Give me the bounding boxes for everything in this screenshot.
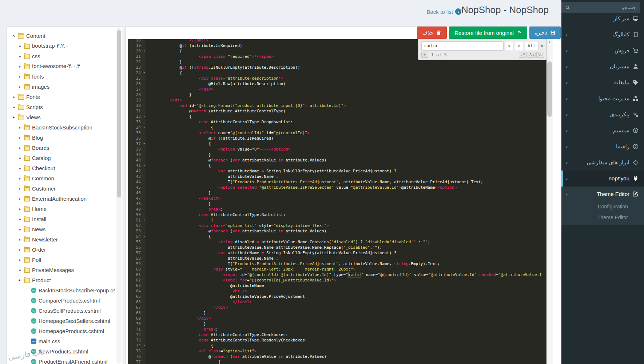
tree-scrollbar-thumb[interactable] xyxy=(117,30,121,197)
expand-arrow-icon[interactable]: ▸ xyxy=(18,166,22,170)
tree-folder[interactable]: ▸Poll xyxy=(7,255,115,265)
whole-word-toggle[interactable]: \b xyxy=(536,52,544,58)
sidebar-item-book[interactable]: کاتالوگ› xyxy=(561,27,644,43)
fold-arrow-icon[interactable]: ▾ xyxy=(143,234,145,239)
editor-code-area[interactable]: </label> @if (attribute.IsRequired) { <s… xyxy=(146,39,546,364)
sidebar-item-diamond[interactable]: ابزار های سفارشی› xyxy=(561,155,644,171)
sidebar-item-theme-editor[interactable]: Theme Editor› xyxy=(561,187,644,201)
sidebar-item-gears[interactable]: پیکربندی› xyxy=(561,107,644,123)
tree-folder[interactable]: ▸Customer xyxy=(7,183,115,193)
tree-folder[interactable]: ▸fonts xyxy=(7,71,115,81)
fold-arrow-icon[interactable]: ▾ xyxy=(143,217,145,223)
tree-folder[interactable]: ▸images xyxy=(7,81,115,92)
collapse-arrow-icon[interactable]: ▸ xyxy=(11,114,17,120)
tree-folder[interactable]: ▸Catalog xyxy=(7,153,115,163)
fold-arrow-icon[interactable]: ▾ xyxy=(143,114,145,119)
scroll-up-arrow-icon[interactable]: ▲ xyxy=(546,40,553,44)
expand-arrow-icon[interactable]: ▸ xyxy=(18,237,22,241)
search-next-button[interactable]: > xyxy=(515,42,523,50)
tree-file[interactable]: </>CompareProducts.cshtml xyxy=(7,295,115,305)
submenu-item-theme-editor[interactable]: Theme Editor xyxy=(561,212,644,223)
tree-scrollbar[interactable] xyxy=(116,27,122,364)
tree-folder[interactable]: ▸BackInStockSubscription xyxy=(7,122,115,132)
fold-arrow-icon[interactable]: ▾ xyxy=(143,343,145,348)
editor-scrollbar[interactable]: ▲ xyxy=(546,39,553,364)
tree-folder[interactable]: ▸Views xyxy=(7,112,115,122)
expand-arrow-icon[interactable]: ▸ xyxy=(18,44,22,48)
tree-file[interactable]: </>HomepageProducts.cshtml xyxy=(7,326,115,336)
expand-arrow-icon[interactable]: ▸ xyxy=(18,156,22,160)
expand-arrow-icon[interactable]: ▸ xyxy=(18,54,22,58)
tree-folder[interactable]: ▸Order xyxy=(7,244,115,255)
tree-folder[interactable]: ▸Newsletter xyxy=(7,234,115,244)
sidebar-item-cube[interactable]: سیستم› xyxy=(561,123,644,139)
expand-arrow-icon[interactable]: ▸ xyxy=(18,85,22,89)
back-to-list-link[interactable]: Back to list ‹ xyxy=(426,8,461,15)
sidebar-item-cart[interactable]: فروش› xyxy=(561,43,644,59)
fold-arrow-icon[interactable]: ▾ xyxy=(143,125,145,130)
editor-scrollbar-thumb[interactable] xyxy=(547,61,552,117)
expand-arrow-icon[interactable]: ▸ xyxy=(18,248,22,252)
tree-file[interactable]: cssmain.css xyxy=(7,336,115,346)
case-toggle[interactable]: Aa xyxy=(528,52,536,58)
sidebar-item-question[interactable]: ?راهنما› xyxy=(561,139,644,155)
sidebar-item-plug[interactable]: nop۴you› xyxy=(561,171,644,187)
regex-toggle[interactable]: .* xyxy=(519,52,527,58)
expand-arrow-icon[interactable]: ▸ xyxy=(12,95,16,99)
fold-arrow-icon[interactable]: ▾ xyxy=(143,70,145,76)
tree-folder[interactable]: ▸Blog xyxy=(7,132,115,143)
fold-arrow-icon[interactable]: ▾ xyxy=(143,163,145,168)
tree-folder[interactable]: ▸Home xyxy=(7,204,115,214)
sidebar-item-user[interactable]: مشتریان› xyxy=(561,59,644,75)
fold-arrow-icon[interactable]: ▾ xyxy=(143,141,145,147)
expand-arrow-icon[interactable]: ▸ xyxy=(18,146,22,150)
collapse-arrow-icon[interactable]: ▸ xyxy=(17,277,23,283)
search-all-button[interactable]: All xyxy=(525,42,538,50)
expand-arrow-icon[interactable]: ▸ xyxy=(18,176,22,180)
tree-file[interactable]: </>HomepageBestSellers.cshtml xyxy=(7,316,115,326)
tree-file[interactable]: </>CrossSellProducts.cshtml xyxy=(7,305,115,316)
fold-arrow-icon[interactable]: ▾ xyxy=(143,48,145,54)
restore-button[interactable]: Restore file from original xyxy=(449,27,527,39)
tree-folder[interactable]: ▸Content xyxy=(7,31,115,41)
tree-folder[interactable]: ▸Scripts xyxy=(7,102,115,112)
expand-arrow-icon[interactable]: ▸ xyxy=(18,217,22,221)
expand-arrow-icon[interactable]: ▸ xyxy=(18,64,22,68)
code-editor[interactable]: 181920▾21222324▾2526272829303132▾3334▾35… xyxy=(128,39,553,364)
tree-folder[interactable]: ▸Boards xyxy=(7,143,115,153)
sidebar-item-desktop[interactable]: میز کار xyxy=(561,11,644,27)
delete-button[interactable]: حذف xyxy=(417,27,447,39)
tree-folder[interactable]: ▸bootstrap-۳.۲.۰ xyxy=(7,41,115,51)
code-line: <dd id="@string.Format("product_attribut… xyxy=(151,103,546,108)
expand-arrow-icon[interactable]: ▸ xyxy=(18,187,22,191)
expand-arrow-icon[interactable]: ▸ xyxy=(18,258,22,262)
tree-folder[interactable]: ▸News xyxy=(7,224,115,234)
expand-arrow-icon[interactable]: ▸ xyxy=(18,75,22,79)
sidebar-item-tag[interactable]: تبلیغات› xyxy=(561,75,644,91)
expand-arrow-icon[interactable]: ▸ xyxy=(18,268,22,272)
tree-folder[interactable]: ▸Install xyxy=(7,214,115,224)
search-input[interactable]: radio xyxy=(421,41,504,51)
sidebar-item-cubes[interactable]: مدیریت محتوا› xyxy=(561,91,644,107)
expand-arrow-icon[interactable]: ▸ xyxy=(18,125,22,129)
tree-folder[interactable]: ▸Common xyxy=(7,173,115,183)
expand-arrow-icon[interactable]: ▸ xyxy=(18,207,22,211)
collapse-arrow-icon[interactable]: ▸ xyxy=(11,33,17,39)
save-button[interactable]: ذخیره xyxy=(529,27,561,39)
tree-folder[interactable]: ▸Fonts xyxy=(7,92,115,102)
tree-folder[interactable]: ▸Checkout xyxy=(7,163,115,173)
search-close-button[interactable]: × xyxy=(540,43,544,49)
tree-folder[interactable]: ▸Product xyxy=(7,275,115,285)
tree-file[interactable]: </>BackInStockSubscribePopup.cshtml xyxy=(7,285,115,295)
expand-arrow-icon[interactable]: ▸ xyxy=(18,227,22,231)
expand-arrow-icon[interactable]: ▸ xyxy=(12,105,16,109)
submenu-item-configuration[interactable]: Configuration xyxy=(561,201,644,212)
tree-folder[interactable]: ▸font-awosome-۴.۰.۳ xyxy=(7,61,115,71)
tree-folder[interactable]: ▸PrivateMessages xyxy=(7,265,115,275)
expand-arrow-icon[interactable]: ▸ xyxy=(18,197,22,201)
toggle-replace-button[interactable]: + xyxy=(421,52,428,58)
tree-folder[interactable]: ▸ExternalAuthentication xyxy=(7,193,115,204)
expand-arrow-icon[interactable]: ▸ xyxy=(18,136,22,140)
search-prev-button[interactable]: < xyxy=(505,42,513,50)
tree-folder[interactable]: ▸css xyxy=(7,51,115,61)
